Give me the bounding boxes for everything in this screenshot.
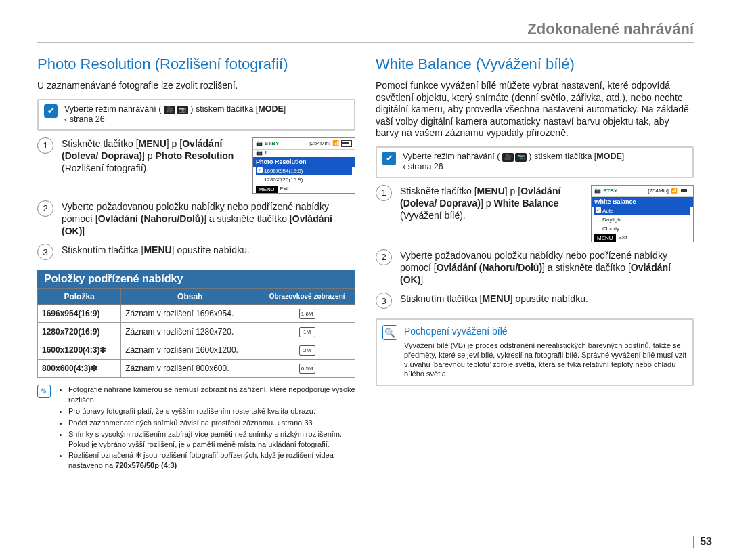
res-icon: 1M <box>299 327 315 337</box>
info-title: Pochopení vyvážení bílé <box>404 325 687 337</box>
th-content: Obsah <box>121 289 259 305</box>
right-heading: White Balance (Vyvážení bílé) <box>376 56 694 73</box>
table-row: 1600x1200(4:3)✻Záznam v rozlišení 1600x1… <box>38 341 355 360</box>
list-item: Snímky s vysokým rozlišením zabírají víc… <box>68 429 355 450</box>
left-column: Photo Resolution (Rozlišení fotografií) … <box>37 53 355 472</box>
step-number: 3 <box>376 293 392 309</box>
screenshot-option: 1280X720(16:9) <box>256 175 352 184</box>
screenshot-photo-resolution: 📷 STBY [254Min] 📶 📷 1 Photo Resolution 1… <box>252 137 355 194</box>
screenshot-selected: 1696X954(16:9) <box>256 167 352 175</box>
res-icon: 2M <box>299 345 315 356</box>
step-number: 1 <box>37 137 53 154</box>
step-number: 1 <box>376 185 392 201</box>
step-number: 2 <box>37 200 53 217</box>
step-2: 2 Vyberte požadovanou položku nabídky ne… <box>37 200 355 238</box>
list-item: Fotografie nahrané kamerou se nemusí zob… <box>68 385 355 405</box>
page-header: Zdokonalené nahrávání <box>37 20 694 43</box>
screenshot-title: Photo Resolution <box>253 157 355 167</box>
note-icon: ✎ <box>37 385 51 398</box>
check-icon: ✔ <box>382 152 396 165</box>
list-item: Počet zaznamenatelných snímků závisí na … <box>68 418 355 428</box>
left-heading: Photo Resolution (Rozlišení fotografií) <box>37 56 355 73</box>
notes-box: ✎ Fotografie nahrané kamerou se nemusí z… <box>37 385 355 472</box>
step-1: 1 Stiskněte tlačítko [MENU] p [Ovládání … <box>37 137 355 194</box>
screenshot-option: Cloudy <box>594 224 690 233</box>
step-number: 3 <box>37 244 53 260</box>
camera-mode-icons: 🎥📷 <box>164 106 188 114</box>
table-row: 1696x954(16:9)Záznam v rozlišení 1696x95… <box>38 305 355 323</box>
table-row: 800x600(4:3)✻Záznam v rozlišení 800x600.… <box>38 360 355 378</box>
screenshot-title: White Balance <box>592 197 693 207</box>
step-1: 1 Stiskněte tlačítko [MENU] p [Ovládání … <box>376 185 694 242</box>
hint-text: Vyberte režim nahrávání ( 🎥📷 ) stiskem t… <box>403 152 624 173</box>
submenu-banner: Položky podřízené nabídky <box>37 270 355 288</box>
camera-mode-icons: 🎥📷 <box>502 153 527 162</box>
th-display: Obrazovkové zobrazení <box>259 289 355 305</box>
screenshot-selected: Auto <box>594 207 690 215</box>
res-icon: 1.6M <box>299 309 315 319</box>
info-box-wb: 🔍 Pochopení vyvážení bílé Vyvážení bílé … <box>376 318 694 385</box>
notes-list: Fotografie nahrané kamerou se nemusí zob… <box>58 385 355 471</box>
res-icon: 0.5M <box>299 364 315 374</box>
step-3: 3 Stisknutím tlačítka [MENU] opustíte na… <box>37 244 355 260</box>
check-icon: ✔ <box>44 104 58 118</box>
right-lead: Pomocí funkce vyvážení bílé můžete vybra… <box>376 80 694 139</box>
hint-box-left: ✔ Vyberte režim nahrávání ( 🎥📷 ) stiskem… <box>37 99 355 131</box>
table-row: 1280x720(16:9)Záznam v rozlišení 1280x72… <box>38 323 355 341</box>
header-title: Zdokonalené nahrávání <box>527 20 694 37</box>
list-item: Rozlišení označená ✻ jsou rozlišení foto… <box>68 450 355 471</box>
step-number: 2 <box>376 249 392 265</box>
th-item: Položka <box>38 289 121 305</box>
step-2: 2 Vyberte požadovanou položku nabídky ne… <box>376 249 694 286</box>
hint-box-right: ✔ Vyberte režim nahrávání ( 🎥📷 ) stiskem… <box>376 146 694 178</box>
info-body: Vyvážení bílé (VB) je proces odstranění … <box>404 341 687 379</box>
resolution-table: Položka Obsah Obrazovkové zobrazení 1696… <box>37 288 355 378</box>
right-column: White Balance (Vyvážení bílé) Pomocí fun… <box>376 53 694 472</box>
screenshot-white-balance: 📷 STBY [254Min] 📶 White Balance Auto Day… <box>591 185 694 242</box>
left-lead: U zaznamenávané fotografie lze zvolit ro… <box>37 80 355 92</box>
magnifier-icon: 🔍 <box>382 325 397 340</box>
page-number: 53 <box>693 536 712 548</box>
screenshot-option: Daylight <box>594 215 690 224</box>
hint-text: Vyberte režim nahrávání ( 🎥📷 ) stiskem t… <box>64 104 286 125</box>
list-item: Pro úpravy fotografií platí, že s vyšším… <box>68 406 355 416</box>
step-3: 3 Stisknutím tlačítka [MENU] opustíte na… <box>376 293 694 309</box>
